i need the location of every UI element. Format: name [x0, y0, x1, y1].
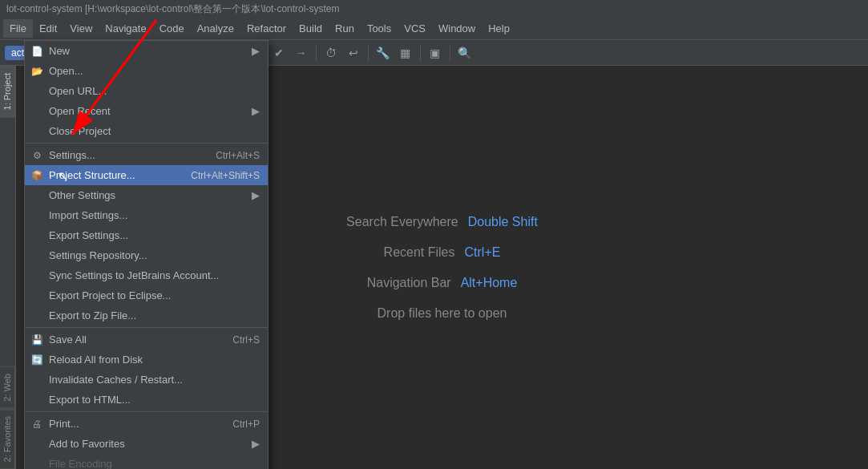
recent-files-hint: Recent Files Ctrl+E	[384, 245, 501, 260]
new-icon: 📄	[30, 46, 44, 57]
tab-web[interactable]: 2: Web	[0, 366, 15, 409]
menu-run[interactable]: Run	[329, 19, 361, 38]
menu-item-export-settings[interactable]: Export Settings...	[25, 225, 268, 245]
menu-item-open[interactable]: 📂 Open...	[25, 61, 268, 81]
drop-files-hint: Drop files here to open	[377, 306, 507, 321]
menu-item-close-project[interactable]: Close Project	[25, 121, 268, 141]
terminal-button[interactable]: ▦	[396, 43, 415, 63]
menu-item-open-recent[interactable]: Open Recent ▶	[25, 101, 268, 121]
project-structure-shortcut: Ctrl+Alt+Shift+S	[191, 170, 260, 181]
toolbar-sep-4	[316, 45, 317, 61]
menu-item-new[interactable]: 📄 New ▶	[25, 41, 268, 61]
separator-3	[25, 411, 268, 412]
toolbar-sep-5	[368, 45, 369, 61]
save-all-shortcut: Ctrl+S	[232, 334, 260, 346]
tab-project[interactable]: 1: Project	[0, 66, 15, 117]
menu-item-settings-repo[interactable]: Settings Repository...	[25, 245, 268, 265]
menu-vcs[interactable]: VCS	[398, 19, 432, 38]
menu-help[interactable]: Help	[482, 19, 516, 38]
menu-item-other-settings[interactable]: Other Settings ▶	[25, 185, 268, 205]
tab-favorites[interactable]: 2: Favorites	[0, 409, 15, 469]
revert-button[interactable]: ↩	[344, 43, 363, 63]
menu-bar: File Edit View Navigate Code Analyze Ref…	[0, 18, 868, 40]
git-commit-button[interactable]: ✔	[269, 43, 289, 63]
file-dropdown-menu: 📄 New ▶ 📂 Open... Open URL... Open Recen…	[24, 40, 268, 469]
menu-item-sync-settings[interactable]: Sync Settings to JetBrains Account...	[25, 265, 268, 285]
menu-window[interactable]: Window	[432, 19, 482, 38]
menu-item-add-favorites[interactable]: Add to Favorites ▶	[25, 434, 268, 454]
menu-item-print[interactable]: 🖨 Print... Ctrl+P	[25, 414, 268, 434]
print-shortcut: Ctrl+P	[232, 418, 260, 430]
nav-bar-shortcut: Alt+Home	[461, 276, 518, 290]
toolbar-sep-6	[420, 45, 421, 61]
reload-icon: 🔄	[30, 354, 44, 366]
separator-1	[25, 143, 268, 144]
settings-shortcut: Ctrl+Alt+S	[216, 150, 260, 161]
title-text: lot-control-system [H:\workspace\lot-con…	[6, 2, 339, 16]
search-everywhere-label: Search Everywhere	[346, 215, 458, 229]
menu-view[interactable]: View	[63, 19, 99, 38]
menu-code[interactable]: Code	[153, 19, 191, 38]
menu-item-project-structure[interactable]: 📦 Project Structure... Ctrl+Alt+Shift+S	[25, 165, 268, 185]
save-all-icon: 💾	[30, 334, 44, 346]
menu-item-open-url[interactable]: Open URL...	[25, 81, 268, 101]
menu-item-export-eclipse[interactable]: Export Project to Eclipse...	[25, 285, 268, 305]
menu-tools[interactable]: Tools	[361, 19, 398, 38]
search-everywhere-shortcut: Double Shift	[468, 215, 538, 229]
nav-bar-label: Navigation Bar	[367, 276, 451, 290]
menu-edit[interactable]: Edit	[33, 19, 63, 38]
toolbar-sep-7	[450, 45, 450, 61]
menu-item-save-all[interactable]: 💾 Save All Ctrl+S	[25, 330, 268, 350]
open-folder-icon: 📂	[30, 66, 44, 77]
menu-analyze[interactable]: Analyze	[191, 19, 240, 38]
nav-bar-hint: Navigation Bar Alt+Home	[367, 276, 518, 290]
menu-item-reload[interactable]: 🔄 Reload All from Disk	[25, 350, 268, 370]
menu-item-export-html[interactable]: Export to HTML...	[25, 390, 268, 410]
settings-button[interactable]: 🔧	[373, 43, 393, 63]
menu-refactor[interactable]: Refactor	[240, 19, 293, 38]
open-recent-arrow-icon: ▶	[252, 105, 260, 117]
search-everywhere-hint: Search Everywhere Double Shift	[346, 215, 538, 229]
menu-build[interactable]: Build	[293, 19, 329, 38]
other-settings-arrow-icon: ▶	[252, 189, 260, 201]
history-button[interactable]: ⏱	[321, 43, 341, 63]
menu-item-import-settings[interactable]: Import Settings...	[25, 205, 268, 225]
project-structure-icon: 📦	[30, 170, 44, 181]
print-icon: 🖨	[30, 418, 44, 430]
recent-files-shortcut: Ctrl+E	[465, 245, 501, 260]
menu-item-export-zip[interactable]: Export to Zip File...	[25, 305, 268, 325]
menu-item-file-encoding: File Encoding	[25, 454, 268, 469]
menu-file[interactable]: File	[3, 19, 33, 38]
separator-2	[25, 327, 268, 328]
recent-files-label: Recent Files	[384, 245, 455, 260]
git-push-button[interactable]: →	[292, 43, 311, 63]
layout-button[interactable]: ▣	[426, 43, 445, 63]
title-bar: lot-control-system [H:\workspace\lot-con…	[0, 0, 868, 18]
menu-item-invalidate-caches[interactable]: Invalidate Caches / Restart...	[25, 370, 268, 390]
find-button[interactable]: 🔍	[455, 43, 474, 63]
settings-gear-icon: ⚙	[30, 150, 44, 161]
favorites-arrow-icon: ▶	[252, 438, 260, 450]
menu-item-settings[interactable]: ⚙ Settings... Ctrl+Alt+S	[25, 145, 268, 165]
menu-navigate[interactable]: Navigate	[99, 19, 152, 38]
new-arrow-icon: ▶	[252, 45, 260, 57]
